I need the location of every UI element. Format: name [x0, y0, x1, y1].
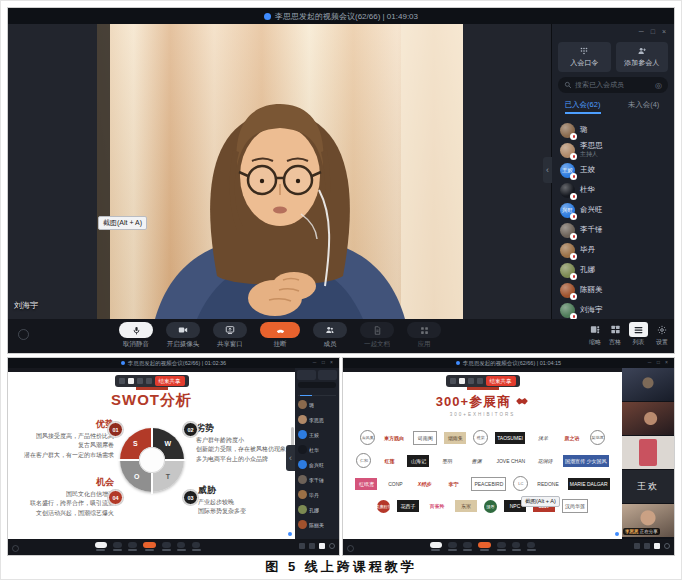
layout-buttons [299, 543, 335, 549]
layout-thumb-button[interactable]: 缩略 [589, 322, 601, 347]
participant-row[interactable]: 毕丹 [295, 487, 339, 502]
people-button[interactable]: 成员 [313, 322, 347, 349]
participant-row[interactable]: 孔娜 [560, 260, 674, 280]
participant-row[interactable]: 李思思 [295, 412, 339, 427]
end-share-button[interactable]: 结束共享 [155, 376, 185, 386]
settings-button[interactable]: 设置 [656, 322, 668, 347]
more-icon[interactable] [477, 378, 483, 384]
participant-avatar [560, 263, 575, 278]
participant-row[interactable]: 孔娜 [295, 502, 339, 517]
apps-button[interactable] [527, 542, 536, 551]
members-button[interactable] [497, 542, 506, 551]
layout-thumb-button[interactable] [299, 543, 305, 549]
participant-row[interactable]: 璐 [560, 120, 674, 140]
video-thumbnail[interactable]: 王欢 [622, 470, 674, 503]
layout-grid-button[interactable] [644, 543, 650, 549]
settings-button[interactable] [329, 543, 335, 549]
video-thumbnail[interactable] [622, 368, 674, 401]
hangup-button[interactable] [143, 542, 156, 551]
participant-row[interactable]: 兴旺俞兴旺 [560, 200, 674, 220]
layout-list-button[interactable] [654, 543, 660, 549]
mic-button[interactable] [95, 542, 107, 551]
share-button[interactable] [463, 542, 472, 551]
apps-icon [407, 322, 441, 338]
hangup-button-icon [478, 542, 491, 548]
participant-row[interactable]: 王姣 [295, 427, 339, 442]
video-thumbnail[interactable]: 李思思 正在分享 [622, 504, 674, 537]
participant-row[interactable]: 李千锤 [560, 220, 674, 240]
audio-share-icon[interactable] [137, 378, 143, 384]
toolbar-label [162, 549, 171, 551]
participant-row[interactable]: 王姣王姣 [560, 160, 674, 180]
participant-avatar [298, 475, 307, 484]
mic-button[interactable] [430, 542, 442, 551]
minimize-icon[interactable]: ─ [639, 26, 644, 39]
toolbar-label: 应用 [418, 340, 431, 349]
share-button[interactable]: 共享窗口 [213, 322, 247, 349]
participant-avatar: 王姣 [560, 163, 575, 178]
meeting-passcode-button[interactable]: 入会口令 [558, 42, 611, 72]
camera-button[interactable] [448, 542, 457, 551]
participant-row[interactable]: 璐 [295, 397, 339, 412]
doc-button[interactable]: 一起文档 [360, 322, 394, 349]
close-icon[interactable]: × [662, 26, 666, 39]
participant-info: 璐 [580, 126, 588, 135]
tab-joined[interactable]: 已入会(62) [552, 100, 613, 112]
add-member-button[interactable] [318, 370, 337, 380]
hangup-button[interactable]: 挂断 [260, 322, 300, 349]
doc-button-icon [512, 542, 520, 548]
participant-info: 杜华 [580, 186, 595, 195]
end-share-button[interactable]: 结束共享 [486, 376, 516, 386]
panel-collapse-handle[interactable]: ‹ [286, 445, 295, 471]
pause-share-icon[interactable] [459, 378, 465, 384]
apps-button[interactable]: 应用 [407, 322, 441, 349]
participant-row[interactable]: 陈丽美 [295, 517, 339, 532]
layout-list-button[interactable]: 列表 [629, 322, 648, 347]
participant-row[interactable]: 俞兴旺 [295, 457, 339, 472]
settings-button[interactable] [664, 543, 670, 549]
share-button[interactable] [128, 542, 137, 551]
search-members-input[interactable] [298, 382, 336, 388]
video-thumbnail[interactable] [622, 436, 674, 469]
hangup-button[interactable] [478, 542, 491, 551]
camera-button[interactable] [113, 542, 122, 551]
camera-button[interactable]: 开启摄像头 [166, 322, 200, 349]
pause-share-icon[interactable] [128, 378, 134, 384]
participant-row[interactable]: 杜华 [295, 442, 339, 457]
layout-list-button[interactable] [319, 543, 325, 549]
doc-button[interactable] [177, 542, 186, 551]
layout-thumb-button[interactable] [634, 543, 640, 549]
participant-row[interactable]: 李思思主持人 [560, 140, 674, 160]
audio-share-icon[interactable] [468, 378, 474, 384]
participant-row[interactable]: 李千锤 [295, 472, 339, 487]
filter-icon[interactable]: ◎ [655, 81, 662, 90]
mic-button[interactable]: 取消静音 [119, 322, 153, 349]
camera-icon [166, 322, 200, 338]
search-members-input[interactable]: 搜索已入会成员 ◎ [558, 77, 668, 93]
meeting-passcode-button[interactable] [297, 370, 316, 380]
annotate-icon[interactable] [450, 378, 456, 384]
toolbar-label [96, 549, 105, 551]
tab-not-joined[interactable]: 未入会(4) [613, 100, 674, 112]
layout-grid-button[interactable]: 宫格 [609, 322, 621, 347]
video-thumbnail[interactable] [622, 402, 674, 435]
participant-info: 李千锤 [580, 226, 603, 235]
layout-grid-button[interactable] [309, 543, 315, 549]
maximize-icon[interactable]: □ [651, 26, 655, 39]
add-member-label: 添加参会人 [624, 58, 659, 68]
doc-button[interactable] [512, 542, 521, 551]
members-button[interactable] [162, 542, 171, 551]
participant-row[interactable]: 杜华 [560, 180, 674, 200]
annotate-icon[interactable] [119, 378, 125, 384]
participant-row[interactable]: 刘海宇 [560, 300, 674, 319]
section-line: 潜在客户群大，有一定的市场需求 [8, 451, 114, 460]
more-icon[interactable] [146, 378, 152, 384]
exhibitor-logo: TAOSUMEI [495, 432, 525, 444]
participant-info: 李思思主持人 [580, 142, 603, 157]
panel-collapse-handle[interactable]: ‹ [543, 157, 552, 183]
add-member-button[interactable]: 添加参会人 [616, 42, 669, 72]
participant-row[interactable]: 陈丽美 [560, 280, 674, 300]
participant-row[interactable]: 毕丹 [560, 240, 674, 260]
section-line: 国际形势复杂多变 [198, 507, 290, 516]
apps-button[interactable] [192, 542, 201, 551]
